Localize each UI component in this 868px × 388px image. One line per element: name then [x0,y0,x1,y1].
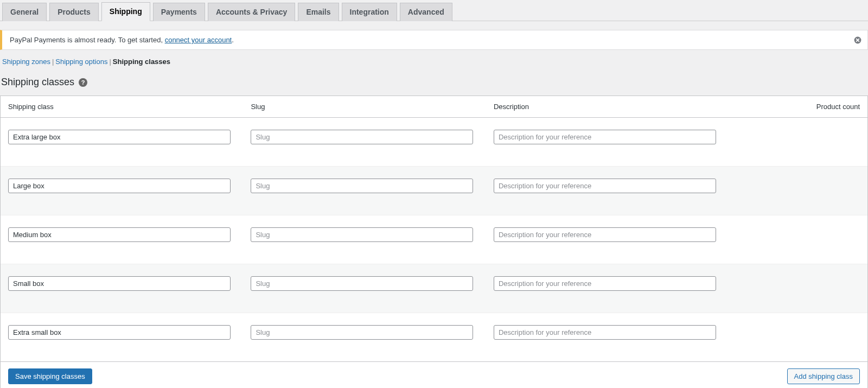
add-shipping-class-button[interactable]: Add shipping class [787,368,860,384]
help-tip-icon[interactable]: ? [79,78,87,87]
shipping-classes-table: Shipping class Slug Description Product … [0,96,868,388]
shipping-class-description-input[interactable] [494,276,716,291]
shipping-class-description-input[interactable] [494,130,716,144]
shipping-class-name-input[interactable] [8,325,231,340]
shipping-class-slug-input[interactable] [251,325,473,340]
paypal-setup-notice: PayPal Payments is almost ready. To get … [0,30,868,50]
shipping-class-slug-input[interactable] [251,179,473,193]
table-header-row: Shipping class Slug Description Product … [1,96,867,118]
col-header-description: Description [486,96,746,118]
tab-products[interactable]: Products [49,3,99,21]
tab-shipping[interactable]: Shipping [101,2,150,21]
notice-text-after: . [232,36,234,44]
connect-account-link[interactable]: connect your account [165,36,232,44]
shipping-subnav: Shipping zones|Shipping options|Shipping… [0,58,868,69]
col-header-slug: Slug [243,96,486,118]
subnav-separator: | [50,58,55,66]
table-row [1,313,867,361]
product-count-cell [746,264,867,313]
dismiss-notice-button[interactable] [852,35,863,46]
tab-advanced[interactable]: Advanced [400,3,452,21]
shipping-class-name-input[interactable] [8,179,231,193]
subnav-item-shipping-zones[interactable]: Shipping zones [2,58,50,66]
save-shipping-classes-button[interactable]: Save shipping classes [8,368,92,384]
shipping-class-name-input[interactable] [8,227,231,242]
table-row [1,215,867,264]
shipping-class-description-input[interactable] [494,325,716,340]
table-row [1,264,867,313]
tab-general[interactable]: General [2,3,47,21]
tab-accounts-privacy[interactable]: Accounts & Privacy [208,3,296,21]
shipping-class-name-input[interactable] [8,130,231,144]
tab-emails[interactable]: Emails [298,3,339,21]
product-count-cell [746,215,867,264]
page-title-text: Shipping classes [1,77,74,88]
col-header-count: Product count [746,96,867,118]
tab-integration[interactable]: Integration [342,3,397,21]
close-icon [853,36,862,44]
shipping-class-description-input[interactable] [494,179,716,193]
notice-text-before: PayPal Payments is almost ready. To get … [10,36,165,44]
page-title: Shipping classes ? [1,77,868,88]
subnav-item-shipping-classes: Shipping classes [113,58,170,66]
shipping-class-slug-input[interactable] [251,227,473,242]
table-row [1,118,867,166]
col-header-class: Shipping class [1,96,243,118]
table-row [1,166,867,215]
settings-tabs-container: GeneralProductsShippingPaymentsAccounts … [0,0,868,21]
product-count-cell [746,166,867,215]
table-footer: Save shipping classes Add shipping class [8,368,860,384]
product-count-cell [746,313,867,361]
shipping-class-name-input[interactable] [8,276,231,291]
subnav-separator: | [107,58,112,66]
tab-payments[interactable]: Payments [153,3,205,21]
subnav-item-shipping-options[interactable]: Shipping options [55,58,107,66]
shipping-class-slug-input[interactable] [251,276,473,291]
product-count-cell [746,118,867,166]
shipping-class-slug-input[interactable] [251,130,473,144]
shipping-class-description-input[interactable] [494,227,716,242]
